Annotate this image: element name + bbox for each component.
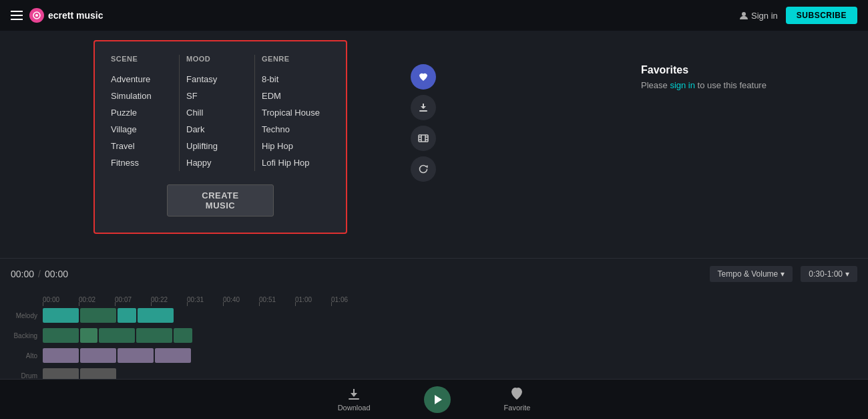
chevron-down-icon: ▾: [845, 269, 849, 279]
melody-label: Melody: [0, 312, 43, 319]
favorites-panel: Favorites Please sign in to use this fea…: [641, 64, 855, 90]
genre-item-tropical[interactable]: Tropical House: [262, 104, 323, 121]
ruler-mark-7: 01:00: [295, 296, 331, 303]
melody-blocks: [43, 308, 174, 323]
side-buttons: [411, 64, 436, 182]
backing-blocks: [43, 328, 192, 343]
svg-marker-12: [435, 395, 442, 404]
download-bottom-button[interactable]: Download: [338, 387, 371, 412]
genre-item-techno[interactable]: Techno: [262, 121, 323, 138]
scene-column: SCENE Adventure Simulation Puzzle Villag…: [111, 55, 179, 171]
header-left: ecrett music: [11, 8, 103, 23]
play-button[interactable]: [424, 386, 451, 413]
favorite-label: Favorite: [504, 404, 531, 412]
scene-item-puzzle[interactable]: Puzzle: [111, 104, 172, 121]
ruler-mark-5: 00:40: [223, 296, 259, 303]
svg-point-1: [35, 14, 38, 17]
chevron-down-icon: ▾: [781, 269, 785, 279]
genre-item-edm[interactable]: EDM: [262, 88, 323, 104]
scene-item-travel[interactable]: Travel: [111, 138, 172, 154]
backing-block[interactable]: [136, 328, 172, 343]
alto-block[interactable]: [155, 348, 191, 363]
svg-rect-11: [349, 398, 359, 400]
backing-label: Backing: [0, 332, 43, 339]
dropdown-columns: SCENE Adventure Simulation Puzzle Villag…: [111, 55, 330, 171]
alto-block[interactable]: [80, 348, 116, 363]
mood-item-fantasy[interactable]: Fantasy: [186, 71, 248, 88]
favorites-description: Please sign in to use this feature: [641, 80, 855, 90]
scene-header: SCENE: [111, 55, 172, 63]
main-area: SCENE Adventure Simulation Puzzle Villag…: [0, 31, 868, 258]
favorites-title: Favorites: [641, 64, 855, 76]
logo-icon: [29, 8, 44, 23]
time-display: 00:00 / 00:00: [11, 269, 68, 279]
backing-block[interactable]: [99, 328, 135, 343]
ruler-mark-2: 00:07: [115, 296, 151, 303]
bottom-bar: Download Favorite: [0, 379, 868, 419]
alto-blocks: [43, 348, 191, 363]
logo-text: ecrett music: [48, 10, 103, 21]
download-label: Download: [338, 404, 371, 412]
svg-point-2: [742, 12, 746, 16]
film-button[interactable]: [411, 126, 436, 151]
melody-block[interactable]: [43, 308, 79, 323]
ruler-mark-4: 00:31: [187, 296, 223, 303]
melody-block[interactable]: [80, 308, 116, 323]
alto-block[interactable]: [43, 348, 79, 363]
genre-column: GENRE 8-bit EDM Tropical House Techno Hi…: [254, 55, 330, 171]
svg-rect-3: [419, 110, 427, 112]
time-total: 00:00: [45, 269, 68, 279]
genre-item-lofi[interactable]: Lofi Hip Hop: [262, 154, 323, 171]
melody-block[interactable]: [118, 308, 136, 323]
alto-block[interactable]: [118, 348, 154, 363]
time-current: 00:00: [11, 269, 34, 279]
backing-block[interactable]: [43, 328, 79, 343]
time-separator: /: [38, 269, 41, 279]
header: ecrett music Sign in SUBSCRIBE: [0, 0, 868, 31]
mood-column: MOOD Fantasy SF Chill Dark Uplifting Hap…: [179, 55, 254, 171]
sign-in-link[interactable]: sign in: [670, 80, 697, 90]
mood-header: MOOD: [186, 55, 248, 63]
scene-item-simulation[interactable]: Simulation: [111, 88, 172, 104]
ruler-mark-0: 00:00: [43, 296, 79, 303]
heart-button[interactable]: [411, 64, 436, 90]
backing-block[interactable]: [174, 328, 192, 343]
genre-item-8bit[interactable]: 8-bit: [262, 71, 323, 88]
drum-label: Drum: [0, 372, 43, 380]
scene-item-adventure[interactable]: Adventure: [111, 71, 172, 88]
sign-in-button[interactable]: Sign in: [739, 11, 778, 21]
timeline-header: 00:00 / 00:00 Tempo & Volume ▾ 0:30-1:00…: [0, 258, 868, 289]
ruler-mark-3: 00:22: [151, 296, 187, 303]
favorite-bottom-button[interactable]: Favorite: [504, 387, 531, 412]
menu-icon[interactable]: [11, 11, 23, 20]
mood-item-uplifting[interactable]: Uplifting: [186, 138, 248, 154]
mood-item-sf[interactable]: SF: [186, 88, 248, 104]
melody-block[interactable]: [138, 308, 174, 323]
genre-item-hiphop[interactable]: Hip Hop: [262, 138, 323, 154]
refresh-button[interactable]: [411, 156, 436, 182]
ruler-mark-8: 01:06: [331, 296, 367, 303]
mood-item-happy[interactable]: Happy: [186, 154, 248, 171]
header-right: Sign in SUBSCRIBE: [739, 7, 857, 24]
mood-item-dark[interactable]: Dark: [186, 121, 248, 138]
duration-button[interactable]: 0:30-1:00 ▾: [801, 266, 857, 282]
subscribe-button[interactable]: SUBSCRIBE: [786, 7, 857, 24]
create-music-button[interactable]: CREATE MUSIC: [167, 184, 274, 217]
genre-header: GENRE: [262, 55, 323, 63]
download-button[interactable]: [411, 95, 436, 120]
scene-item-village[interactable]: Village: [111, 121, 172, 138]
alto-label: Alto: [0, 352, 43, 360]
ruler-mark-6: 00:51: [259, 296, 295, 303]
mood-item-chill[interactable]: Chill: [186, 104, 248, 121]
dropdown-panel: SCENE Adventure Simulation Puzzle Villag…: [93, 40, 347, 234]
backing-track-row: Backing: [0, 326, 868, 345]
ruler-mark-1: 00:02: [79, 296, 115, 303]
timeline-ruler: 00:00 00:02 00:07 00:22 00:31 00:40 00:5…: [0, 289, 868, 306]
alto-track-row: Alto: [0, 346, 868, 365]
logo: ecrett music: [29, 8, 103, 23]
scene-item-fitness[interactable]: Fitness: [111, 154, 172, 171]
svg-rect-4: [419, 135, 428, 142]
tempo-volume-button[interactable]: Tempo & Volume ▾: [710, 266, 793, 282]
melody-track-row: Melody: [0, 306, 868, 325]
backing-block[interactable]: [80, 328, 97, 343]
